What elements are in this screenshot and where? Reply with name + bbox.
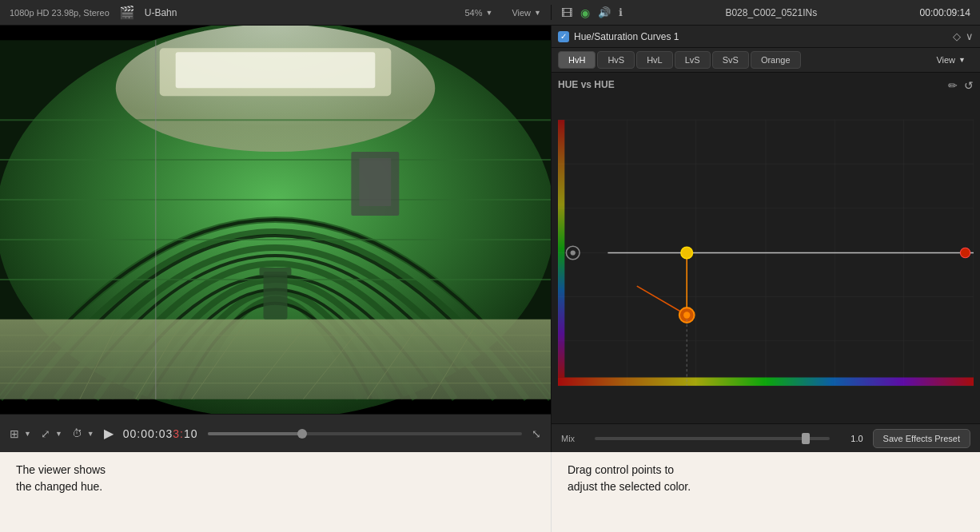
- svg-rect-41: [558, 120, 564, 377]
- effect-name: Hue/Saturation Curves 1: [574, 31, 948, 42]
- tab-lvs[interactable]: LvS: [675, 51, 711, 69]
- timecode-frames: 10: [184, 427, 198, 440]
- svg-rect-24: [359, 158, 391, 206]
- view-button-label: View: [936, 55, 955, 65]
- timecode-main-value: 00:00:03: [123, 427, 173, 440]
- inspector-top-bar: 🎞 ◉ 🔊 ℹ B028_C002_0521INs 00:00:09:14: [552, 6, 980, 19]
- svg-point-50: [683, 312, 690, 318]
- diamond-icon[interactable]: ◇: [953, 30, 961, 42]
- svg-line-46: [637, 286, 687, 315]
- mix-slider-thumb: [802, 433, 810, 444]
- zoom-level: 54%: [464, 8, 482, 18]
- svg-rect-40: [558, 378, 974, 386]
- caption-left-line2: the changed hue.: [16, 480, 102, 493]
- transform-icon[interactable]: ⤢: [41, 427, 50, 440]
- video-viewer: [0, 26, 551, 414]
- curve-view-button[interactable]: View ▼: [928, 52, 974, 68]
- effect-checkbox[interactable]: ✓: [558, 31, 569, 42]
- progress-fill: [208, 432, 302, 435]
- effect-menu-chevron-icon[interactable]: ∨: [966, 30, 974, 42]
- inspector-icons: 🎞 ◉ 🔊 ℹ: [561, 6, 623, 19]
- curve-area: HUE vs HUE ✏ ↺: [552, 73, 980, 423]
- caption-right-text: Drag control points to adjust the select…: [568, 462, 964, 495]
- info-icon[interactable]: ℹ: [619, 6, 623, 18]
- view-control[interactable]: View ▼: [512, 8, 541, 18]
- resolution-info: 1080p HD 23.98p, Stereo: [10, 8, 110, 18]
- zoom-chevron-icon: ▼: [486, 9, 493, 17]
- view-label: View: [512, 8, 531, 18]
- mix-label: Mix: [561, 434, 585, 443]
- film-icon[interactable]: 🎞: [561, 6, 572, 19]
- layout-chevron-icon[interactable]: ▼: [24, 430, 31, 438]
- mix-slider[interactable]: [595, 437, 830, 440]
- svg-rect-22: [260, 268, 292, 276]
- caption-left-text: The viewer shows the changed hue.: [16, 462, 535, 495]
- curve-canvas: [558, 93, 974, 412]
- svg-rect-21: [264, 272, 288, 320]
- timecode-separator: 3:: [173, 427, 184, 440]
- caption-left: The viewer shows the changed hue.: [0, 452, 552, 532]
- playback-controls: ⊞ ▼ ⤢ ▼ ⏱ ▼ ▶ 00:00:033:10 ⤡: [0, 414, 551, 452]
- svg-point-43: [571, 250, 576, 255]
- clip-name: U-Bahn: [145, 7, 177, 18]
- speaker-icon[interactable]: 🔊: [598, 6, 611, 18]
- view-button-chevron-icon: ▼: [958, 56, 966, 64]
- speed-chevron-icon[interactable]: ▼: [87, 430, 94, 438]
- curve-tabs: HvH HvS HvL LvS SvS Orange View ▼: [552, 48, 980, 73]
- svg-rect-15: [176, 52, 376, 88]
- speed-icon[interactable]: ⏱: [72, 427, 82, 439]
- color-wheel-icon[interactable]: ◉: [580, 6, 590, 19]
- layout-control-group: ⊞ ▼: [10, 427, 31, 440]
- tab-hvl[interactable]: HvL: [636, 51, 673, 69]
- transform-chevron-icon[interactable]: ▼: [55, 430, 62, 438]
- svg-point-47: [960, 248, 970, 257]
- mix-value: 1.0: [839, 434, 863, 443]
- save-effects-preset-button[interactable]: Save Effects Preset: [873, 429, 970, 448]
- main-content: ⊞ ▼ ⤢ ▼ ⏱ ▼ ▶ 00:00:033:10 ⤡: [0, 26, 980, 452]
- effect-selector: ✓ Hue/Saturation Curves 1 ◇ ∨: [552, 26, 980, 48]
- transform-control-group: ⤢ ▼: [41, 427, 62, 440]
- mix-bar: Mix 1.0 Save Effects Preset: [552, 423, 980, 452]
- clip-id: B028_C002_0521INs: [725, 7, 817, 18]
- tab-svs[interactable]: SvS: [712, 51, 749, 69]
- svg-point-48: [681, 247, 693, 259]
- progress-bar[interactable]: [208, 432, 522, 435]
- view-chevron-icon: ▼: [534, 9, 541, 17]
- caption-left-line1: The viewer shows: [16, 463, 106, 476]
- film-reel-icon: 🎬: [119, 5, 135, 20]
- curve-title: HUE vs HUE: [558, 79, 974, 90]
- tab-hvs[interactable]: HvS: [597, 51, 635, 69]
- curve-tools: ✏ ↺: [948, 79, 974, 92]
- caption-right: Drag control points to adjust the select…: [552, 452, 980, 532]
- eyedropper-icon[interactable]: ✏: [948, 79, 958, 92]
- tab-hvh[interactable]: HvH: [558, 51, 596, 69]
- reset-curve-icon[interactable]: ↺: [964, 79, 974, 92]
- tab-orange[interactable]: Orange: [751, 51, 801, 69]
- captions-area: The viewer shows the changed hue. Drag c…: [0, 452, 980, 532]
- effect-controls: ◇ ∨: [953, 30, 974, 42]
- zoom-control[interactable]: 54% ▼: [464, 8, 492, 18]
- viewer-top-bar: 1080p HD 23.98p, Stereo 🎬 U-Bahn 54% ▼ V…: [0, 5, 552, 20]
- curve-svg: [558, 93, 974, 412]
- top-bar: 1080p HD 23.98p, Stereo 🎬 U-Bahn 54% ▼ V…: [0, 0, 980, 26]
- caption-right-line1: Drag control points to: [568, 463, 674, 476]
- play-button[interactable]: ▶: [104, 426, 114, 441]
- expand-icon[interactable]: ⤡: [532, 427, 541, 440]
- timecode-display: 00:00:09:14: [920, 7, 970, 18]
- color-panel: ✓ Hue/Saturation Curves 1 ◇ ∨ HvH HvS Hv…: [552, 26, 980, 452]
- caption-right-line2: adjust the selected color.: [568, 480, 691, 493]
- timecode-main: 00:00:033:10: [123, 427, 198, 440]
- viewer-panel: ⊞ ▼ ⤢ ▼ ⏱ ▼ ▶ 00:00:033:10 ⤡: [0, 26, 552, 452]
- layout-icon[interactable]: ⊞: [10, 427, 19, 440]
- video-frame: [0, 26, 551, 414]
- speed-control-group: ⏱ ▼: [72, 427, 94, 439]
- progress-thumb: [297, 429, 307, 439]
